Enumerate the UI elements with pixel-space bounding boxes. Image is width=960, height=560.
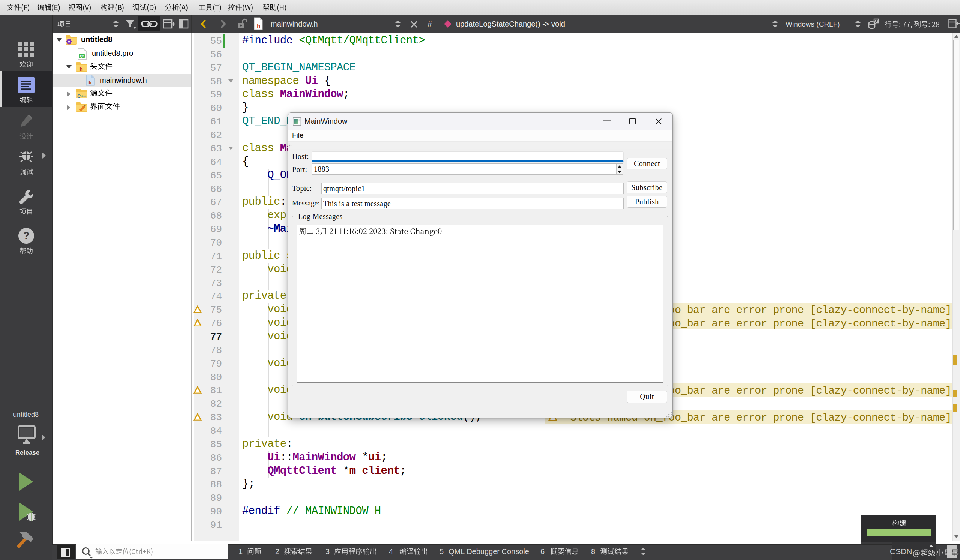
svg-text:C++: C++: [77, 93, 86, 99]
svg-text:Qt: Qt: [80, 54, 84, 58]
svg-text:h: h: [80, 66, 83, 72]
svg-text:h: h: [257, 22, 261, 30]
svg-text:?: ?: [23, 230, 29, 241]
svg-text:h: h: [88, 80, 92, 85]
